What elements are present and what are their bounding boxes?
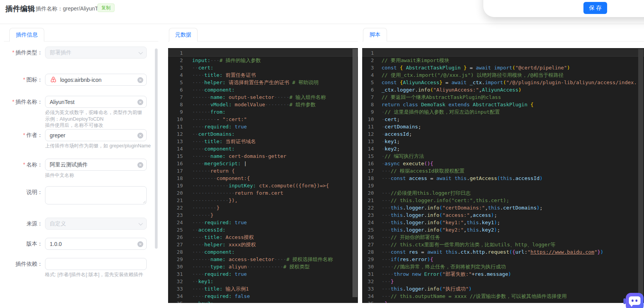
copy-badge[interactable]: 复制 <box>97 3 115 12</box>
clear-icon[interactable]: ✕ <box>137 241 143 247</box>
line-number: 28 <box>362 248 374 256</box>
input-field-2[interactable]: logos:airbnb-icon✕ <box>45 74 147 86</box>
metadata-code-line: 13····title: 当前证书域名 <box>168 138 358 145</box>
input-field-8[interactable]: 1.0.0✕ <box>45 238 147 250</box>
line-number: 31 <box>362 270 374 278</box>
required-asterisk: * <box>23 161 25 168</box>
script-code-line: 22···this.logger.info("certDomains:",thi… <box>362 204 644 211</box>
line-number: 8 <box>168 101 183 108</box>
script-code-line: 30····//抛出异常，终止任务，否则将被判定为执行成功 <box>362 263 644 270</box>
script-tabline <box>362 41 644 42</box>
script-code-line: 24···this.logger.info("key1:",this.key1)… <box>362 219 644 226</box>
line-number: 24 <box>168 219 183 226</box>
clear-icon[interactable]: ✕ <box>137 99 143 105</box>
script-code-line: 21···// this.logger.info("cert:",this.ce… <box>362 197 644 204</box>
chevron-down-icon <box>139 50 143 54</box>
line-number: 32 <box>168 278 183 285</box>
metadata-code-line: 11····required: true <box>168 123 358 130</box>
script-editor-scrollbar[interactable] <box>638 49 643 297</box>
script-code-line: 6_ctx.logger.info("AliyunAccess:",Aliyun… <box>362 86 644 93</box>
script-code-line: 4// 使用_ctx.import("/@/xxx.js") 以绝对路径引用模块… <box>362 71 644 79</box>
line-number: 3 <box>362 64 374 71</box>
line-number: 30 <box>168 263 183 270</box>
line-number: 33 <box>168 285 183 292</box>
page-title: 插件编辑 <box>5 4 35 14</box>
script-code-line: 25···this.logger.info("key2:",this.key2)… <box>362 226 644 234</box>
chat-bot-button[interactable] <box>626 293 644 308</box>
input-field-9[interactable] <box>45 258 147 270</box>
metadata-code-line: 30······type: aliyun············# 授权类型 <box>168 263 358 270</box>
script-code-line: 8return class DemoTask extends AbstractT… <box>362 101 644 108</box>
line-number: 16 <box>362 160 374 167</box>
tab-metadata[interactable]: 元数据 <box>169 28 198 42</box>
required-asterisk: * <box>12 49 14 55</box>
field-label: 版本： <box>4 238 43 249</box>
line-number: 29 <box>168 256 183 263</box>
metadata-code-line: 28····component: <box>168 248 358 256</box>
field-label: *图标： <box>4 74 43 85</box>
metadata-code-line: 3··cert: <box>168 64 358 71</box>
field-control <box>45 186 147 204</box>
script-code-line: 3const { AbstractTaskPlugin } = await im… <box>362 64 644 71</box>
line-number: 34 <box>362 292 374 300</box>
line-number: 26 <box>168 234 183 241</box>
metadata-code-line: 29······name: access-selector····# 授权选择组… <box>168 256 358 263</box>
select-source[interactable]: 自定义 <box>45 218 147 230</box>
line-number: 27 <box>362 241 374 248</box>
chevron-down-icon <box>139 221 143 225</box>
robot-eye-left <box>632 299 634 302</box>
input-field-3[interactable]: AliyunTest✕ <box>45 96 147 108</box>
input-field-4[interactable]: greper✕ <box>45 129 147 141</box>
save-button[interactable]: 保 存 <box>583 2 607 14</box>
tab-script[interactable]: 脚本 <box>363 28 387 42</box>
form-scrollbar[interactable] <box>155 48 158 249</box>
robot-ear-icon <box>623 298 626 304</box>
clear-icon[interactable]: ✕ <box>137 133 143 138</box>
field-help-text: 插件中文名称 <box>45 172 74 179</box>
line-number: 16 <box>168 160 183 167</box>
line-number: 17 <box>168 167 183 175</box>
description-textarea[interactable] <box>45 186 147 204</box>
metadata-code-line: 15······name: cert-domains-getter <box>168 152 358 160</box>
line-number: 23 <box>168 211 183 219</box>
tab-plugin-info[interactable]: 插件信息 <box>9 28 44 42</box>
clear-icon[interactable]: ✕ <box>137 162 143 168</box>
metadata-code-line: 21············}), <box>168 197 358 204</box>
metadata-code-line: 27····helper: xxxx的授权 <box>168 241 358 248</box>
script-code-line: 29···if(res.error){ <box>362 256 644 263</box>
plugin-name-text: 插件名称：greper/AliyunTest <box>36 5 105 12</box>
script-code-editor[interactable]: 12// 要用await来import模块3const { AbstractTa… <box>362 48 644 303</box>
script-code-line: 19 <box>362 182 644 189</box>
required-asterisk: * <box>23 76 25 83</box>
script-code-line: 15·// 编写执行方法 <box>362 152 644 160</box>
line-number: 6 <box>362 86 374 93</box>
floating-bar-shadow <box>483 0 644 17</box>
field-label: *作者： <box>4 129 43 141</box>
script-code-line: 5const {AliyunAccess} = await _ctx.impor… <box>362 79 644 86</box>
metadata-editor-scrollbar[interactable] <box>352 49 358 297</box>
metadata-code-line: 10········- ":cert:" <box>168 116 358 123</box>
line-number: 22 <box>362 204 374 211</box>
resize-handle[interactable] <box>142 200 146 203</box>
robot-eye-right <box>635 299 637 302</box>
metadata-code-line: 17······return { <box>168 167 358 175</box>
field-control: 部署插件 <box>45 47 147 59</box>
script-code-line: 18···const access = await this.getAccess… <box>362 175 644 182</box>
input-field-5[interactable]: 阿里云测试插件✕ <box>45 159 147 171</box>
plugin-name-label: 插件名称： <box>36 5 63 12</box>
line-number: 25 <box>168 226 183 234</box>
metadata-code-editor[interactable]: 12input:···# 插件的输入参数3··cert:4····title: … <box>168 48 358 303</box>
line-number: 7 <box>362 93 374 101</box>
script-code-line: 14·key2; <box>362 145 644 152</box>
metadata-code-line: 24····required: true <box>168 219 358 226</box>
line-number: 21 <box>168 197 183 204</box>
clear-icon[interactable]: ✕ <box>137 77 143 83</box>
metadata-code-line: 31····required: true <box>168 270 358 278</box>
script-code-line: 16·async execute(){ <box>362 160 644 167</box>
line-number: 18 <box>168 175 183 182</box>
select-plugin-type[interactable]: 部署插件 <box>45 47 147 59</box>
line-number: 22 <box>168 204 183 211</box>
metadata-code-line: 14····component: <box>168 145 358 152</box>
script-code-line: 27···// this.ctx里面有一些常用的方法类，比如utils、http… <box>362 241 644 248</box>
line-number: 13 <box>362 138 374 145</box>
